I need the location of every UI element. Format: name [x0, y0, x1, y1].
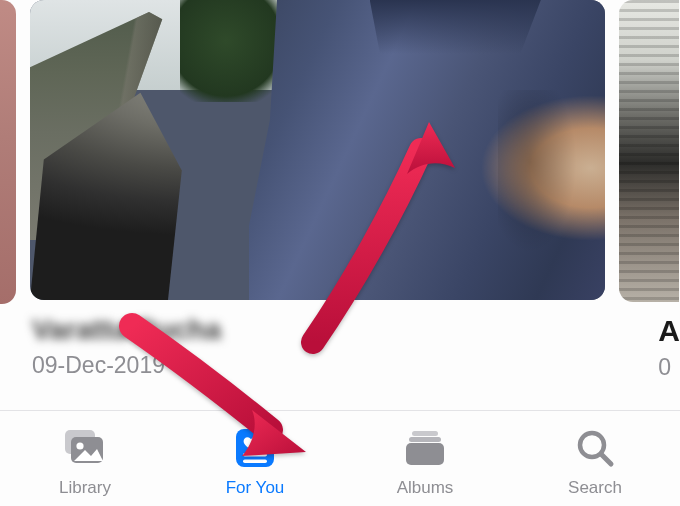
tab-label: For You [226, 478, 285, 498]
svg-rect-4 [243, 453, 267, 457]
memory-card-main[interactable] [30, 0, 605, 300]
svg-rect-7 [409, 437, 441, 442]
tab-library[interactable]: Library [0, 408, 170, 498]
svg-rect-8 [406, 443, 444, 465]
tab-search[interactable]: Search [510, 408, 680, 498]
memory-next-title-initial: A [658, 314, 680, 348]
svg-point-2 [76, 442, 83, 449]
photo-arm-shadow [498, 90, 605, 270]
photo-person-foreground [249, 0, 606, 300]
tab-label: Search [568, 478, 622, 498]
library-icon [60, 424, 110, 472]
memory-title-blurred: Varattu Pucha [32, 314, 221, 346]
memory-card-next-sliver[interactable] [619, 0, 679, 302]
memory-date: 09-Dec-2019 [32, 352, 221, 379]
tab-label: Albums [397, 478, 454, 498]
svg-rect-6 [412, 431, 438, 436]
memory-caption-next: A 0 [658, 314, 680, 381]
memories-carousel[interactable] [0, 0, 680, 304]
memory-card-prev-sliver[interactable] [0, 0, 16, 304]
for-you-icon [230, 424, 280, 472]
memory-caption: Varattu Pucha 09-Dec-2019 [32, 314, 221, 379]
tab-for-you[interactable]: For You [170, 408, 340, 498]
photo-shirt-collar [370, 0, 541, 54]
tab-label: Library [59, 478, 111, 498]
svg-rect-5 [243, 459, 267, 463]
tab-albums[interactable]: Albums [340, 408, 510, 498]
memory-next-date-initial: 0 [658, 354, 680, 381]
tab-bar: Library For You Albums [0, 408, 680, 498]
svg-line-10 [602, 455, 612, 465]
search-icon [570, 424, 620, 472]
albums-icon [400, 424, 450, 472]
